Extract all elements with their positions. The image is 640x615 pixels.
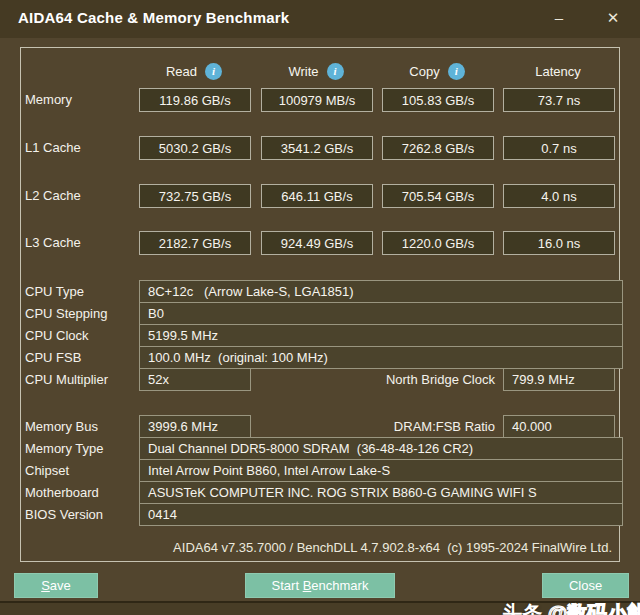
row-label-l3-cache: L3 Cache <box>25 235 81 250</box>
l2-copy-value: 705.54 GB/s <box>382 184 494 208</box>
memory-write-value: 100979 MB/s <box>261 88 373 112</box>
row-label-cpu-type: CPU Type <box>25 284 84 299</box>
save-button[interactable]: Save <box>14 573 98 598</box>
dram-fsb-ratio-label: DRAM:FSB Ratio <box>300 419 495 434</box>
window-title: AIDA64 Cache & Memory Benchmark <box>18 9 289 26</box>
column-header-copy: Copy i <box>382 61 492 81</box>
save-label-key: S <box>41 578 50 593</box>
l1-read-value: 5030.2 GB/s <box>139 136 251 160</box>
l1-latency-value: 0.7 ns <box>503 136 615 160</box>
l2-read-value: 732.75 GB/s <box>139 184 251 208</box>
watermark: 头条 @数码小能手 <box>480 577 640 615</box>
watermark-handle: @数码小能手 <box>548 602 640 615</box>
cpu-type-field: 8C+12c (Arrow Lake-S, LGA1851) <box>139 280 623 303</box>
row-label-cpu-fsb: CPU FSB <box>25 350 81 365</box>
row-label-memory-type: Memory Type <box>25 441 104 456</box>
aida64-benchmark-window: AIDA64 Cache & Memory Benchmark – ✕ Read… <box>0 0 640 615</box>
l3-read-value: 2182.7 GB/s <box>139 231 251 255</box>
start-label-pre: Start <box>272 578 303 593</box>
write-info-icon[interactable]: i <box>327 63 344 80</box>
memory-latency-value: 73.7 ns <box>503 88 615 112</box>
start-label-key: B <box>303 578 312 593</box>
l1-copy-value: 7262.8 GB/s <box>382 136 494 160</box>
north-bridge-clock-label: North Bridge Clock <box>300 372 495 387</box>
l1-write-value: 3541.2 GB/s <box>261 136 373 160</box>
motherboard-field: ASUSTeK COMPUTER INC. ROG STRIX B860-G G… <box>139 481 623 504</box>
copy-column-label: Copy <box>409 64 439 79</box>
north-bridge-clock-field: 799.9 MHz <box>503 368 615 391</box>
row-label-l1-cache: L1 Cache <box>25 140 81 155</box>
l3-copy-value: 1220.0 GB/s <box>382 231 494 255</box>
column-header-write: Write i <box>261 61 371 81</box>
bios-version-field: 0414 <box>139 503 623 526</box>
copy-info-icon[interactable]: i <box>448 63 465 80</box>
row-label-l2-cache: L2 Cache <box>25 188 81 203</box>
row-label-chipset: Chipset <box>25 463 69 478</box>
l2-latency-value: 4.0 ns <box>503 184 615 208</box>
chipset-field: Intel Arrow Point B860, Intel Arrow Lake… <box>139 459 623 482</box>
minimize-button[interactable]: – <box>542 4 576 31</box>
cpu-fsb-field: 100.0 MHz (original: 100 MHz) <box>139 346 623 369</box>
memory-bus-field: 3999.6 MHz <box>139 415 251 438</box>
watermark-prefix: 头条 <box>502 602 548 615</box>
l3-write-value: 924.49 GB/s <box>261 231 373 255</box>
column-header-read: Read i <box>139 61 249 81</box>
latency-column-label: Latency <box>535 64 581 79</box>
l2-write-value: 646.11 GB/s <box>261 184 373 208</box>
close-icon: ✕ <box>607 9 620 27</box>
version-text: AIDA64 v7.35.7000 / BenchDLL 4.7.902.8-x… <box>173 540 612 555</box>
cpu-clock-field: 5199.5 MHz <box>139 324 623 347</box>
cpu-multiplier-field: 52x <box>139 368 251 391</box>
row-label-cpu-clock: CPU Clock <box>25 328 89 343</box>
l3-latency-value: 16.0 ns <box>503 231 615 255</box>
dram-fsb-ratio-field: 40.000 <box>503 415 615 438</box>
row-label-motherboard: Motherboard <box>25 485 99 500</box>
minimize-icon: – <box>555 9 563 26</box>
memory-copy-value: 105.83 GB/s <box>382 88 494 112</box>
cpu-stepping-field: B0 <box>139 302 623 325</box>
row-label-cpu-stepping: CPU Stepping <box>25 306 107 321</box>
row-label-memory-bus: Memory Bus <box>25 419 98 434</box>
start-benchmark-button[interactable]: Start Benchmark <box>245 573 395 598</box>
write-column-label: Write <box>288 64 318 79</box>
read-info-icon[interactable]: i <box>205 63 222 80</box>
memory-read-value: 119.86 GB/s <box>139 88 251 112</box>
start-label-post: enchmark <box>311 578 368 593</box>
column-header-latency: Latency <box>503 61 613 81</box>
save-label-post: ave <box>50 578 71 593</box>
read-column-label: Read <box>166 64 197 79</box>
close-window-button[interactable]: ✕ <box>596 4 630 31</box>
memory-type-field: Dual Channel DDR5-8000 SDRAM (36-48-48-1… <box>139 437 623 460</box>
row-label-cpu-multiplier: CPU Multiplier <box>25 372 108 387</box>
row-label-bios-version: BIOS Version <box>25 507 103 522</box>
row-label-memory: Memory <box>25 92 72 107</box>
